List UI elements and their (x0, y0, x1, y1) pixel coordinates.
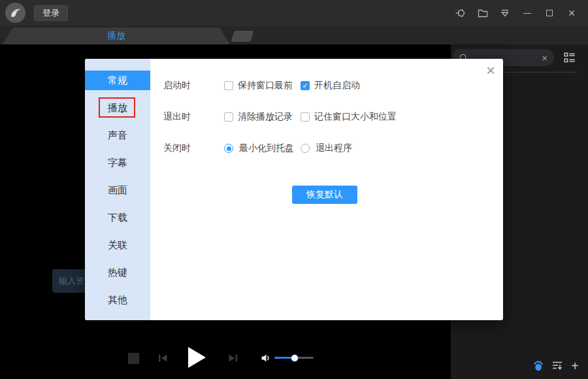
list-view-icon (563, 51, 576, 64)
option-autostart[interactable]: 开机自启动 (301, 80, 360, 91)
dialog-content: 启动时 保持窗口最前 开机自启动 退出时 清除播放记录 记住 (150, 59, 503, 320)
restore-defaults-button[interactable]: 恢复默认 (292, 186, 357, 204)
sidebar-item-1[interactable]: 播放 (85, 98, 150, 118)
option-label: 退出程序 (316, 142, 352, 154)
volume-icon[interactable] (261, 353, 270, 363)
add-button[interactable]: + (571, 360, 579, 373)
volume-thumb[interactable] (291, 355, 298, 361)
login-button[interactable]: 登录 (34, 5, 68, 21)
minimize-button[interactable] (521, 7, 533, 19)
option-minimize-to-tray[interactable]: 最小化到托盘 (224, 142, 301, 154)
close-button[interactable]: × (566, 7, 578, 19)
plus-icon: + (571, 359, 579, 373)
sidebar-item-7[interactable]: 热键 (85, 263, 150, 282)
startup-row: 启动时 保持窗口最前 开机自启动 (163, 79, 503, 92)
new-tab-button[interactable] (231, 31, 254, 42)
sidebar-item-3[interactable]: 字幕 (85, 153, 150, 173)
list-view-toggle[interactable] (563, 51, 576, 64)
previous-icon (157, 352, 169, 364)
stop-button[interactable] (128, 353, 139, 364)
play-button[interactable] (188, 347, 206, 368)
dialog-sidebar: 常规播放声音字幕画面下载关联热键其他 (85, 59, 150, 320)
previous-button[interactable] (157, 352, 169, 364)
option-label: 最小化到托盘 (239, 142, 294, 154)
next-icon (227, 352, 239, 364)
tab-label: 播放 (107, 30, 125, 42)
checkbox[interactable] (301, 112, 310, 122)
app-logo[interactable] (5, 3, 25, 23)
checkbox[interactable] (224, 112, 233, 122)
pin-icon[interactable] (455, 7, 466, 19)
sidebar-item-0[interactable]: 常规 (85, 71, 150, 90)
option-clear-history[interactable]: 清除播放记录 (224, 111, 301, 123)
option-label: 保持窗口最前 (238, 80, 293, 91)
exit-row: 退出时 清除播放记录 记住窗口大小和位置 (163, 110, 503, 124)
playlist-icon[interactable] (551, 359, 563, 374)
footprint-icon[interactable] (533, 359, 544, 374)
option-label: 清除播放记录 (238, 111, 293, 123)
settings-dialog: 常规播放声音字幕画面下载关联热键其他 × 启动时 保持窗口最前 开机自启动 退出… (85, 59, 503, 320)
tab-playback[interactable]: 播放 (3, 27, 230, 44)
option-label: 记住窗口大小和位置 (314, 111, 397, 123)
close-icon: × (568, 7, 576, 19)
sidebar-item-6[interactable]: 关联 (85, 235, 150, 255)
close-action-row: 关闭时 最小化到托盘 退出程序 (163, 142, 503, 155)
next-button[interactable] (227, 352, 239, 364)
radio[interactable] (224, 144, 233, 153)
sidebar-item-8[interactable]: 其他 (85, 290, 150, 310)
maximize-button[interactable] (544, 7, 555, 19)
checkbox[interactable] (301, 81, 310, 90)
option-remember-window[interactable]: 记住窗口大小和位置 (301, 111, 397, 123)
sidebar-item-5[interactable]: 下载 (85, 208, 150, 227)
folder-icon[interactable] (477, 7, 489, 19)
tabbar: 播放 (0, 26, 588, 44)
bird-logo-icon (5, 3, 25, 23)
row-label: 退出时 (163, 111, 224, 123)
menu-dropdown-icon[interactable] (499, 7, 511, 19)
row-label: 关闭时 (163, 142, 224, 154)
option-exit-program[interactable]: 退出程序 (301, 142, 352, 154)
search-clear-icon[interactable]: × (542, 52, 547, 63)
option-label: 开机自启动 (314, 80, 360, 91)
row-label: 启动时 (163, 80, 224, 91)
checkbox[interactable] (224, 81, 233, 90)
app-window: 登录 × (0, 0, 588, 379)
volume-slider[interactable] (274, 354, 314, 361)
titlebar: 登录 × (0, 0, 588, 26)
option-keep-window-top[interactable]: 保持窗口最前 (224, 80, 301, 91)
sidebar-item-4[interactable]: 画面 (85, 180, 150, 200)
sidebar-item-2[interactable]: 声音 (85, 125, 150, 145)
radio[interactable] (301, 144, 310, 153)
